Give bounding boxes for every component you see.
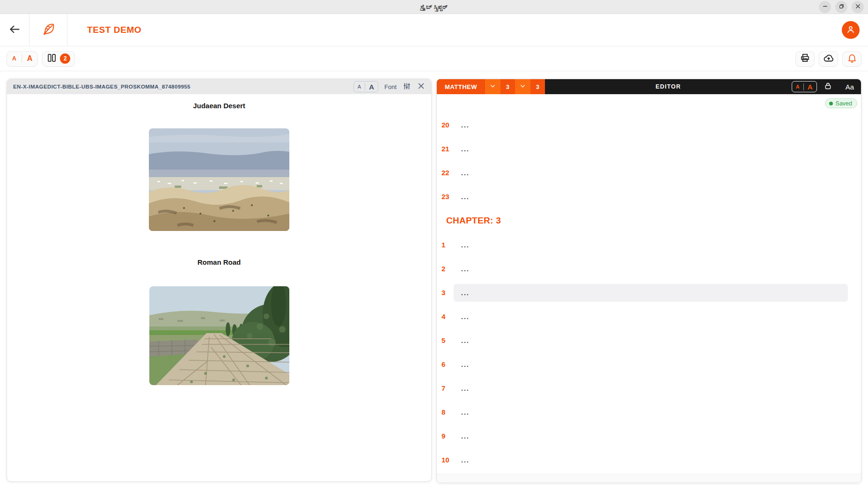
- verse-row[interactable]: 9 ...: [441, 424, 848, 448]
- book-select-button[interactable]: MATTHEW: [437, 79, 485, 94]
- verse-text[interactable]: ...: [454, 332, 848, 350]
- close-icon: [417, 82, 425, 91]
- print-icon: [800, 52, 810, 65]
- editor-body: Saved 20 ... 21 ...: [437, 94, 861, 474]
- editor-increase-font-button[interactable]: A: [804, 83, 817, 91]
- layout-columns-button[interactable]: 2: [42, 51, 75, 67]
- judaean-desert-image: [149, 128, 289, 231]
- verse-number: 5: [441, 336, 454, 344]
- verse-number: 9: [441, 432, 454, 440]
- cloud-sync-button[interactable]: [819, 51, 838, 67]
- verse-row[interactable]: 6 ...: [441, 352, 848, 376]
- main-content: EN-X-IMAGEDICT-BIBLE-UBS-IMAGES_PROSKOMM…: [0, 71, 868, 483]
- verse-row[interactable]: 8 ...: [441, 400, 848, 424]
- back-button[interactable]: [0, 14, 29, 46]
- font-family-button[interactable]: Aa: [846, 83, 854, 91]
- resource-font-size-group: A A: [353, 81, 378, 92]
- chevron-down-icon: [520, 83, 526, 90]
- image-dictionary-panel: EN-X-IMAGEDICT-BIBLE-UBS-IMAGES_PROSKOMM…: [7, 79, 432, 482]
- verse-text[interactable]: ...: [454, 427, 848, 445]
- user-avatar[interactable]: [842, 21, 860, 39]
- resource-panel-controls: A A Font: [353, 81, 425, 92]
- chapter-heading-row: CHAPTER: 3: [441, 208, 848, 233]
- chapter-dropdown-button[interactable]: [515, 79, 530, 94]
- project-title: TEST DEMO: [87, 25, 141, 35]
- verse-row[interactable]: 20 ...: [441, 113, 848, 137]
- verse-row[interactable]: 22 ...: [441, 161, 848, 185]
- print-button[interactable]: [795, 51, 815, 67]
- decrease-font-button[interactable]: A: [7, 55, 22, 62]
- verse-row[interactable]: 3 ...: [441, 281, 848, 305]
- user-icon: [846, 24, 856, 36]
- verse-text[interactable]: ...: [454, 379, 848, 397]
- editor-panel: MATTHEW 3 3 EDITOR A A: [436, 79, 861, 483]
- editor-title: EDITOR: [545, 79, 792, 94]
- reference-selector: MATTHEW 3 3: [437, 79, 545, 94]
- verse-row[interactable]: 23 ...: [441, 185, 848, 208]
- verse-text[interactable]: ...: [454, 356, 848, 373]
- increase-font-button[interactable]: A: [22, 54, 38, 63]
- restore-button[interactable]: [835, 1, 847, 13]
- book-dropdown-button[interactable]: [485, 79, 500, 94]
- verse-text[interactable]: ...: [454, 451, 848, 469]
- verse-row[interactable]: 5 ...: [441, 328, 848, 352]
- verse-list-after: 1 ... 2 ... 3 ...: [441, 233, 848, 472]
- figure-caption: Roman Road: [7, 258, 431, 266]
- verse-number: 8: [441, 408, 454, 416]
- verse-number: 21: [441, 145, 454, 153]
- verse-text[interactable]: ...: [454, 284, 848, 302]
- verse-row[interactable]: 10 ...: [441, 448, 848, 472]
- verse-row[interactable]: 21 ...: [441, 137, 848, 161]
- verse-list: 20 ... 21 ... 22 ...: [437, 113, 861, 472]
- verse-select-button[interactable]: 3: [530, 79, 545, 94]
- quill-logo-icon: [41, 22, 56, 38]
- resource-decrease-font-button[interactable]: A: [354, 84, 365, 89]
- open-panels-badge: 2: [60, 53, 70, 64]
- verse-text[interactable]: ...: [454, 116, 848, 134]
- resource-settings-button[interactable]: [403, 82, 411, 92]
- verse-text[interactable]: ...: [454, 188, 848, 206]
- close-window-button[interactable]: [852, 1, 864, 13]
- verse-number: 23: [441, 193, 454, 201]
- verse-row[interactable]: 2 ...: [441, 257, 848, 281]
- verse-text[interactable]: ...: [454, 308, 848, 326]
- verse-row[interactable]: 7 ...: [441, 376, 848, 400]
- minimize-button[interactable]: [819, 1, 831, 13]
- editor-header: MATTHEW 3 3 EDITOR A A: [437, 79, 861, 94]
- verse-number: 22: [441, 169, 454, 177]
- verse-row[interactable]: 4 ...: [441, 305, 848, 328]
- resource-increase-font-button[interactable]: A: [365, 83, 378, 91]
- columns-icon: [47, 53, 57, 64]
- verse-text[interactable]: ...: [454, 164, 848, 182]
- cloud-upload-icon: [823, 52, 834, 65]
- verse-text[interactable]: ...: [454, 403, 848, 421]
- verse-text[interactable]: ...: [454, 236, 848, 254]
- chapter-select-button[interactable]: 3: [500, 79, 515, 94]
- save-status-row: Saved: [437, 94, 861, 113]
- editor-decrease-font-button[interactable]: A: [792, 84, 803, 89]
- verse-list-before: 20 ... 21 ... 22 ...: [441, 113, 848, 208]
- saved-dot-icon: [829, 102, 833, 105]
- lock-icon: [824, 82, 832, 92]
- close-window-icon: [855, 3, 861, 11]
- close-panel-button[interactable]: [417, 82, 425, 91]
- header-divider: [67, 14, 67, 46]
- app-logo: [29, 14, 67, 46]
- verse-text[interactable]: ...: [454, 260, 848, 278]
- lock-button[interactable]: [824, 82, 832, 92]
- app-header: TEST DEMO: [0, 14, 868, 46]
- verse-text[interactable]: ...: [454, 140, 848, 158]
- verse-number: 7: [441, 384, 454, 392]
- editor-footer: [437, 474, 861, 483]
- verse-number: 10: [441, 456, 454, 464]
- verse-number: 6: [441, 360, 454, 368]
- editor-header-controls: A A Aa: [792, 79, 861, 94]
- status-badge: Saved: [825, 98, 857, 108]
- resource-panel-header: EN-X-IMAGEDICT-BIBLE-UBS-IMAGES_PROSKOMM…: [7, 79, 431, 94]
- roman-road-image: [149, 286, 289, 385]
- resource-panel-body: Judaean Desert: [7, 94, 431, 387]
- figure-caption: Judaean Desert: [7, 102, 431, 110]
- verse-row[interactable]: 1 ...: [441, 233, 848, 257]
- restore-icon: [839, 3, 845, 11]
- notifications-button[interactable]: [842, 51, 861, 67]
